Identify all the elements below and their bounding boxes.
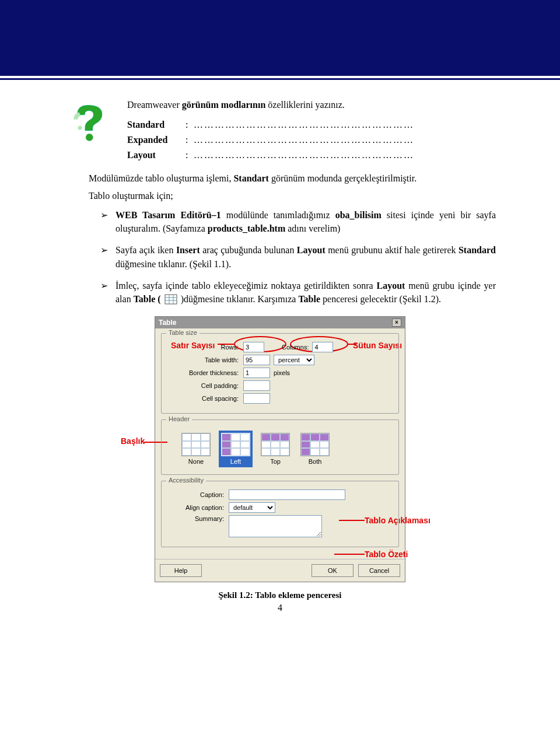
dialog-button-row: Help OK Cancel	[155, 559, 405, 582]
txt-bold: Insert	[176, 245, 200, 255]
txt-bold: Table (	[134, 294, 161, 304]
question-mark-icon	[64, 97, 117, 150]
page-content: Dreamweaver görünüm modlarının özellikle…	[0, 97, 560, 631]
header-caption: Left	[230, 458, 241, 465]
group-header: Header None Left Top	[161, 419, 399, 475]
align-label: Align caption:	[167, 504, 229, 511]
colon: :	[186, 132, 194, 148]
lead-text: Dreamweaver görünüm modlarının özellikle…	[127, 100, 496, 110]
border-unit: pixels	[274, 369, 290, 376]
mode-dots: ………………………………………………………	[194, 148, 418, 163]
annotation-tablo-ozeti: Tablo Özeti	[365, 550, 408, 559]
caption-input[interactable]	[229, 489, 345, 500]
txt: penceresi gelecektir (Şekil 1.2).	[320, 294, 441, 304]
txt: araç çubuğunda bulunan	[200, 245, 297, 255]
intro-row: Dreamweaver görünüm modlarının özellikle…	[64, 97, 496, 163]
txt: modülünde tanımladığımız	[221, 210, 335, 220]
group-accessibility: Accessibility Caption: Align caption: de…	[161, 481, 399, 547]
align-select[interactable]: default	[229, 502, 275, 513]
txt: )düğmesine tıklanır. Karşımıza	[181, 294, 299, 304]
annotation-baslik: Başlık	[121, 436, 145, 446]
help-button[interactable]: Help	[160, 564, 202, 577]
list-item: Sayfa açık iken Insert araç çubuğunda bu…	[100, 243, 496, 270]
bullet-list: WEB Tasarım Editörü–1 modülünde tanımlad…	[64, 208, 496, 306]
colon: :	[186, 148, 194, 163]
divider	[0, 78, 560, 80]
svg-rect-2	[165, 295, 177, 304]
cancel-button[interactable]: Cancel	[358, 564, 400, 577]
dialog-body: Table size Rows: Columns: Table width: p…	[155, 328, 405, 559]
rows-input[interactable]	[243, 342, 264, 352]
figure-caption: Şekil 1.2: Tablo ekleme penceresi	[64, 590, 496, 600]
group-table-size: Table size Rows: Columns: Table width: p…	[161, 333, 399, 414]
header-caption: None	[188, 458, 204, 465]
cellspc-label: Cell spacing:	[167, 395, 243, 402]
txt-bold: oba_bilisim	[335, 210, 382, 220]
align-row: Align caption: default	[167, 502, 393, 513]
txt: adını verelim)	[285, 223, 340, 233]
list-item: WEB Tasarım Editörü–1 modülünde tanımlad…	[100, 208, 496, 235]
mode-row: Layout : ………………………………………………………	[127, 148, 418, 163]
dialog-container: Başlık Satır Sayısı Sütun Sayısı Tablo A…	[155, 316, 405, 582]
cols-label: Columns:	[282, 344, 312, 351]
header-banner	[0, 0, 560, 76]
create-intro: Tablo oluşturmak için;	[64, 191, 496, 201]
header-caption: Both	[309, 458, 322, 465]
summary-label: Summary:	[167, 515, 229, 522]
cellpad-row: Cell padding:	[167, 380, 393, 391]
header-option-none[interactable]: None	[179, 431, 213, 467]
table-dialog: Table × Table size Rows: Columns: Table …	[155, 316, 405, 582]
cellpad-label: Cell padding:	[167, 382, 243, 389]
width-label: Table width:	[167, 356, 243, 363]
border-input[interactable]	[243, 368, 270, 378]
close-icon[interactable]: ×	[392, 319, 401, 327]
header-option-top[interactable]: Top	[258, 431, 292, 467]
dialog-title-text: Table	[159, 319, 176, 327]
width-unit-select[interactable]: percent	[274, 355, 314, 365]
table-icon	[164, 294, 177, 305]
svg-point-0	[86, 134, 93, 141]
header-option-both[interactable]: Both	[298, 431, 332, 467]
modes-table: Standard : ……………………………………………………… Expande…	[127, 117, 418, 163]
caption-label: Caption:	[167, 491, 229, 498]
cellspc-input[interactable]	[243, 393, 270, 404]
txt-bold: Standard	[459, 245, 496, 255]
mode-dots: ………………………………………………………	[194, 117, 418, 132]
group-legend: Header	[166, 415, 192, 422]
header-option-left[interactable]: Left	[219, 431, 253, 467]
txt: Modülümüzde tablo oluşturma işlemi,	[89, 173, 233, 183]
txt-bold: Standart	[233, 173, 268, 183]
summary-textarea[interactable]	[229, 515, 322, 537]
txt-bold: Table	[298, 294, 320, 304]
txt: Sayfa açık iken	[116, 245, 176, 255]
header-caption: Top	[270, 458, 281, 465]
border-row: Border thickness: pixels	[167, 368, 393, 378]
width-input[interactable]	[243, 355, 270, 365]
border-label: Border thickness:	[167, 369, 243, 376]
txt: menü grubunu aktif hale getirerek	[326, 245, 459, 255]
txt: İmleç, sayfa içinde tablo ekleyeceğimiz …	[116, 281, 377, 291]
mode-row: Expanded : ………………………………………………………	[127, 132, 418, 148]
caption-row: Caption:	[167, 489, 393, 500]
ok-button[interactable]: OK	[312, 564, 354, 577]
svg-point-1	[78, 126, 82, 130]
summary-row: Summary:	[167, 515, 393, 537]
mode-label: Layout	[127, 148, 186, 163]
txt-bold: Layout	[377, 281, 405, 291]
cols-input[interactable]	[312, 342, 333, 352]
lead-bold: görünüm modlarının	[182, 100, 266, 110]
colon: :	[186, 117, 194, 132]
rows-label: Rows:	[167, 344, 243, 351]
txt: görünüm modunda gerçekleştirilmiştir.	[269, 173, 416, 183]
group-legend: Table size	[166, 329, 200, 336]
cellpad-input[interactable]	[243, 380, 270, 391]
txt: düğmesine tıklanır. (Şekil 1.1).	[116, 259, 231, 269]
header-options: None Left Top Both	[179, 431, 393, 467]
lead-post: özelliklerini yazınız.	[265, 100, 345, 110]
txt-bold: Layout	[297, 245, 326, 255]
module-paragraph: Modülümüzde tablo oluşturma işlemi, Stan…	[64, 173, 496, 184]
group-legend: Accessibility	[166, 477, 206, 484]
dialog-titlebar: Table ×	[155, 317, 405, 328]
mode-row: Standard : ………………………………………………………	[127, 117, 418, 132]
cellspc-row: Cell spacing:	[167, 393, 393, 404]
